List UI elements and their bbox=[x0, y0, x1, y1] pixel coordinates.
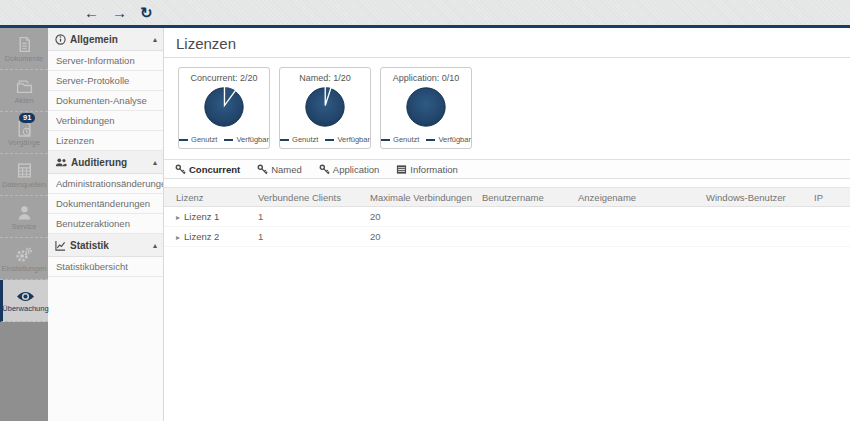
expand-icon[interactable]: ▸ bbox=[176, 233, 180, 242]
menu-item-statistik-bersicht[interactable]: Statistikübersicht bbox=[48, 257, 163, 277]
table-cell bbox=[572, 227, 700, 247]
primary-sidebar: DokumenteAkten91VorgängeDatenquellenServ… bbox=[0, 28, 48, 421]
legend-dash bbox=[426, 139, 435, 141]
back-button[interactable]: ← bbox=[84, 5, 99, 20]
license-pie-chart bbox=[302, 84, 348, 130]
tab-named[interactable]: Named bbox=[257, 164, 302, 175]
legend-dash bbox=[280, 139, 289, 141]
legend-label: Genutzt bbox=[191, 135, 217, 144]
refresh-button[interactable]: ↻ bbox=[140, 5, 153, 20]
key-icon bbox=[175, 164, 186, 175]
forward-button[interactable]: → bbox=[112, 5, 127, 20]
section-statistik[interactable]: Statistik▴ bbox=[48, 234, 163, 257]
row-label: Lizenz 2 bbox=[184, 231, 219, 242]
toolbar: ←→↻ bbox=[0, 0, 850, 25]
tab-concurrent[interactable]: Concurrent bbox=[175, 164, 240, 175]
column-header-anzeigename[interactable]: Anzeigename bbox=[572, 188, 700, 207]
sidebar-item-datenquellen[interactable]: Datenquellen bbox=[0, 154, 48, 196]
legend-entry-genutzt: Genutzt bbox=[381, 135, 419, 144]
legend-dash bbox=[179, 139, 188, 141]
sidebar-item-service[interactable]: Service bbox=[0, 196, 48, 238]
card-legend: GenutztVerfügbar bbox=[182, 135, 266, 144]
pie-wrap bbox=[283, 84, 367, 134]
table-cell: 1 bbox=[252, 207, 364, 227]
column-header-ip[interactable]: IP bbox=[808, 188, 850, 207]
sidebar-item-einstellungen[interactable]: Einstellungen bbox=[0, 238, 48, 280]
license-table: LizenzVerbundene ClientsMaximale Verbind… bbox=[164, 187, 850, 247]
sidebar-item-label: Datenquellen bbox=[2, 180, 46, 189]
column-header-benutzername[interactable]: Benutzername bbox=[476, 188, 572, 207]
legend-entry-genutzt: Genutzt bbox=[280, 135, 318, 144]
legend-label: Genutzt bbox=[393, 135, 419, 144]
sidebar-item-label: Überwachung bbox=[2, 304, 48, 313]
menu-item-lizenzen[interactable]: Lizenzen bbox=[48, 131, 163, 151]
license-card-concurrent: Concurrent: 2/20GenutztVerfügbar bbox=[178, 67, 270, 149]
tab-application[interactable]: Application bbox=[319, 164, 379, 175]
card-title: Application: 0/10 bbox=[384, 73, 468, 83]
arrow-left-icon: ← bbox=[84, 4, 99, 21]
menu-item-benutzeraktionen[interactable]: Benutzeraktionen bbox=[48, 214, 163, 234]
legend-label: Verfügbar bbox=[337, 135, 370, 144]
menu-item-server-protokolle[interactable]: Server-Protokolle bbox=[48, 71, 163, 91]
table-cell bbox=[700, 207, 808, 227]
refresh-icon: ↻ bbox=[140, 4, 153, 21]
chevron-up-icon: ▴ bbox=[153, 35, 157, 44]
column-header-maximale-verbindungen[interactable]: Maximale Verbindungen bbox=[364, 188, 476, 207]
table-cell bbox=[808, 207, 850, 227]
app-layout: DokumenteAkten91VorgängeDatenquellenServ… bbox=[0, 28, 850, 421]
legend-label: Verfügbar bbox=[236, 135, 269, 144]
secondary-sidebar: Allgemein▴Server-InformationServer-Proto… bbox=[48, 28, 164, 421]
settings-icon bbox=[15, 246, 33, 263]
legend-dash bbox=[224, 139, 233, 141]
expand-icon[interactable]: ▸ bbox=[176, 213, 180, 222]
sidebar-item-label: Service bbox=[11, 222, 36, 231]
table-cell bbox=[476, 207, 572, 227]
column-header-windows-benutzer[interactable]: Windows-Benutzer bbox=[700, 188, 808, 207]
column-header-verbundene-clients[interactable]: Verbundene Clients bbox=[252, 188, 364, 207]
table-cell: 20 bbox=[364, 207, 476, 227]
count-badge: 91 bbox=[19, 113, 35, 123]
tab-label: Application bbox=[333, 164, 379, 175]
tab-label: Information bbox=[410, 164, 458, 175]
pie-wrap bbox=[384, 84, 468, 134]
menu-item-verbindungen[interactable]: Verbindungen bbox=[48, 111, 163, 131]
info-icon bbox=[55, 34, 66, 45]
tab-information[interactable]: Information bbox=[396, 164, 458, 175]
stats-icon bbox=[55, 240, 66, 251]
chevron-up-icon: ▴ bbox=[153, 241, 157, 250]
sidebar-item-vorg-nge[interactable]: 91Vorgänge bbox=[0, 112, 48, 154]
arrow-right-icon: → bbox=[112, 4, 127, 21]
key-icon bbox=[319, 164, 330, 175]
sidebar-item-akten[interactable]: Akten bbox=[0, 70, 48, 112]
sidebar-item-label: Dokumente bbox=[5, 54, 43, 63]
section-label: Allgemein bbox=[70, 34, 149, 45]
table-cell: 1 bbox=[252, 227, 364, 247]
menu-item-server-information[interactable]: Server-Information bbox=[48, 51, 163, 71]
table-row[interactable]: ▸Lizenz 1120 bbox=[164, 207, 850, 227]
legend-entry-verf-gbar: Verfügbar bbox=[325, 135, 370, 144]
datasource-icon bbox=[16, 162, 33, 179]
license-table-wrap: LizenzVerbundene ClientsMaximale Verbind… bbox=[164, 187, 850, 247]
column-header-lizenz[interactable]: Lizenz bbox=[164, 188, 252, 207]
license-tabs: ConcurrentNamedApplicationInformation bbox=[164, 159, 850, 179]
section-auditierung[interactable]: Auditierung▴ bbox=[48, 151, 163, 174]
sidebar-item-berwachung[interactable]: Überwachung bbox=[0, 280, 48, 322]
table-row[interactable]: ▸Lizenz 2120 bbox=[164, 227, 850, 247]
menu-item-dokumenten-analyse[interactable]: Dokumenten-Analyse bbox=[48, 91, 163, 111]
sidebar-item-dokumente[interactable]: Dokumente bbox=[0, 28, 48, 70]
card-legend: GenutztVerfügbar bbox=[384, 135, 468, 144]
legend-label: Verfügbar bbox=[438, 135, 471, 144]
license-card-application: Application: 0/10GenutztVerfügbar bbox=[380, 67, 472, 149]
legend-entry-genutzt: Genutzt bbox=[179, 135, 217, 144]
menu-item-dokument-nderungen[interactable]: Dokumentänderungen bbox=[48, 194, 163, 214]
eye-icon bbox=[16, 290, 35, 303]
license-pie-chart bbox=[201, 84, 247, 130]
table-cell: ▸Lizenz 1 bbox=[164, 207, 252, 227]
sidebar-item-label: Akten bbox=[14, 96, 33, 105]
main-content: Lizenzen Concurrent: 2/20GenutztVerfügba… bbox=[164, 28, 850, 421]
section-allgemein[interactable]: Allgemein▴ bbox=[48, 28, 163, 51]
menu-item-administrations-nderungen[interactable]: Administrationsänderungen bbox=[48, 174, 163, 194]
nav-buttons: ←→↻ bbox=[84, 5, 153, 20]
document-icon bbox=[16, 36, 33, 53]
license-pie-chart bbox=[403, 84, 449, 130]
